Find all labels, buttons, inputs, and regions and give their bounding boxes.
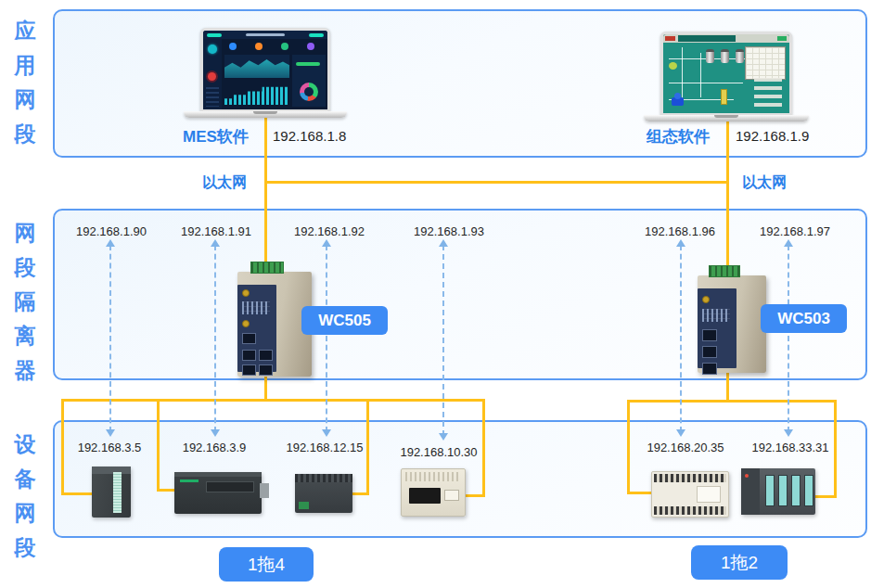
scada-screen	[660, 32, 792, 115]
wan-ip-3: 192.168.1.92	[294, 224, 365, 238]
vent-slots	[405, 472, 461, 481]
bus-stub-4	[465, 494, 485, 497]
label-panel	[697, 486, 721, 503]
mapping-arrow-2	[214, 245, 216, 432]
mes-laptop-base	[184, 111, 347, 118]
laptop-notch	[714, 115, 738, 118]
plc-top-edge	[174, 472, 262, 477]
mes-header-chip-right	[309, 33, 324, 37]
scada-ip-label: 192.168.1.9	[736, 128, 809, 144]
device-ip-3: 192.168.12.15	[286, 441, 363, 454]
device-ip-6: 192.168.33.31	[751, 441, 828, 454]
antenna-connector-icon	[242, 320, 250, 327]
plc-s71200-device	[295, 474, 352, 513]
ethernet-port-icon	[242, 350, 256, 361]
mes-bar-chart	[224, 83, 289, 105]
arrow-down-icon	[106, 429, 115, 437]
isolator-segment-label: 网段隔离器	[13, 216, 37, 388]
scada-logo	[665, 36, 675, 41]
mapping-arrow-1	[109, 245, 111, 432]
device-segment-label: 设备网段	[13, 428, 37, 565]
wan-ip-1: 192.168.1.90	[76, 224, 147, 238]
antenna-connector-icon	[702, 296, 710, 303]
terminal-stripe	[113, 472, 122, 513]
scada-laptop	[660, 32, 809, 121]
bus-stub-5	[627, 492, 652, 494]
device-ip-1: 192.168.3.5	[78, 441, 142, 454]
led-indicators	[702, 309, 730, 322]
mapping-arrow-4	[442, 245, 444, 436]
arrow-up-icon	[784, 239, 793, 247]
io-module	[765, 475, 775, 506]
terminal-block-icon	[709, 265, 740, 277]
wc505-front-panel	[237, 285, 276, 372]
bus-line-right	[627, 400, 837, 403]
wc503-badge: WC503	[761, 304, 847, 333]
bus-drop-3	[366, 399, 369, 495]
scada-laptop-base	[644, 115, 809, 121]
arrow-up-icon	[322, 239, 331, 247]
bus-drop-6	[834, 400, 837, 498]
bus-drop-1	[61, 399, 64, 495]
arrow-up-icon	[439, 239, 448, 247]
ethernet-label-right: 以太网	[742, 173, 787, 193]
arrow-up-icon	[106, 239, 115, 247]
scada-menubar	[663, 34, 789, 43]
terminal-block-icon	[250, 262, 284, 274]
led-indicators	[242, 301, 270, 314]
arrow-down-icon	[322, 429, 331, 437]
scada-manifold	[754, 78, 782, 108]
antenna-connector-icon	[242, 289, 250, 297]
ethernet-port-icon	[299, 502, 309, 509]
ethernet-label-left: 以太网	[202, 173, 247, 193]
plc-delta-dvp-device	[651, 471, 729, 518]
pipe-line	[682, 47, 683, 103]
device-ip-4: 192.168.10.30	[400, 445, 477, 459]
mes-header-title	[246, 33, 285, 36]
plc-q-series-rack-device	[741, 468, 815, 515]
ethernet-port-icon	[259, 364, 273, 376]
terminal-row-top	[654, 474, 726, 482]
scada-trend-panel	[745, 46, 786, 80]
application-segment-label: 应用网段	[13, 14, 37, 151]
wc505-badge: WC505	[301, 306, 388, 335]
wan-ip-4: 192.168.1.93	[414, 224, 484, 238]
user-icon	[208, 45, 217, 54]
scada-background	[663, 34, 789, 113]
mes-progress-bar	[296, 62, 320, 66]
bus-stub-3	[351, 492, 369, 495]
kpi-dot-orange	[255, 43, 263, 50]
scada-titlebar	[678, 35, 736, 42]
ethernet-port-icon	[259, 350, 273, 361]
mes-header-chip-left	[207, 33, 222, 37]
mes-alarm-list	[206, 87, 219, 107]
network-topology-diagram: 应用网段 网段隔离器 设备网段	[0, 0, 871, 588]
terminal-row-bottom	[654, 506, 726, 515]
io-module	[778, 475, 788, 506]
yellow-column	[721, 89, 727, 105]
wc503-body	[698, 275, 766, 373]
bus-stub-1	[61, 492, 95, 495]
label-tag	[444, 490, 459, 501]
display-window	[409, 488, 441, 504]
plc-s7300-device	[92, 467, 131, 518]
plc-mitsubishi-fx-device	[401, 468, 466, 517]
cpu-module	[741, 468, 760, 515]
wc503-front-panel	[698, 288, 737, 368]
arrow-down-icon	[784, 429, 793, 437]
mes-donut-chart	[300, 83, 318, 101]
pump-icon	[672, 97, 684, 106]
vessel-tank	[736, 49, 744, 63]
mapping-arrow-6	[788, 245, 789, 432]
mes-software-label: MES软件	[183, 126, 249, 147]
mes-dashboard-screen	[200, 28, 330, 111]
ethernet-port-icon	[242, 333, 256, 344]
arrow-down-icon	[211, 429, 220, 437]
arrow-down-icon	[676, 429, 685, 437]
kpi-dot-blue	[229, 43, 237, 50]
wc505-gateway-device	[230, 262, 312, 377]
group-label-1to2: 1拖2	[691, 545, 788, 580]
mes-ip-label: 192.168.1.8	[273, 128, 346, 144]
vessel-tank	[706, 49, 714, 63]
wan-ip-2: 192.168.1.91	[181, 224, 251, 238]
